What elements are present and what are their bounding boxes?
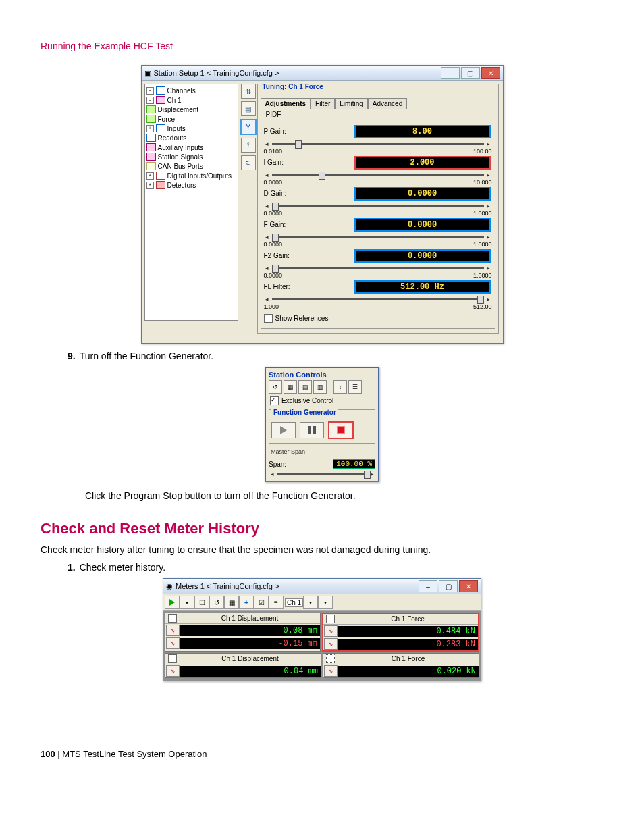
sc-btn-1[interactable]: ↺	[269, 380, 282, 394]
meters-maximize[interactable]: ▢	[439, 580, 458, 592]
meter-hdr: Ch 1 Force	[338, 655, 479, 662]
sc-btn-4[interactable]: ▥	[313, 380, 327, 394]
meters-window: ◉ Meters 1 < TrainingConfig.cfg > – ▢ ✕ …	[163, 578, 481, 681]
span-value[interactable]: 100.00 %	[333, 459, 375, 469]
meters-toolbar: ▾ ☐ ↺ ▦ + ☑ ≡ Ch 1 ▾ ▾	[163, 594, 481, 611]
master-span-slider[interactable]: ◂▸	[269, 470, 375, 478]
meter-force-cur: Ch 1 Force ∿0.020 kN	[323, 653, 479, 678]
dgain-min: 0.0000	[264, 210, 283, 217]
tree-ch1[interactable]: Ch 1	[167, 97, 182, 104]
sc-btn-2[interactable]: ▦	[284, 380, 297, 394]
show-references-label: Show References	[275, 315, 329, 322]
meters-reset[interactable]: ↺	[209, 596, 224, 609]
step-1: 1.Check meter history.	[68, 562, 603, 573]
f2gain-slider[interactable]: ◂▸	[264, 264, 492, 272]
meters-cfg[interactable]: ≡	[269, 596, 284, 609]
titlebar[interactable]: ▣ Station Setup 1 < TrainingConfig.cfg >…	[142, 66, 503, 81]
sc-btn-3[interactable]: ▤	[298, 380, 312, 394]
tree-displacement[interactable]: Displacement	[158, 106, 199, 113]
tree-detectors[interactable]: Detectors	[167, 182, 196, 189]
exclusive-control-check[interactable]: Exclusive Control	[270, 396, 375, 405]
meters-add[interactable]: +	[239, 596, 254, 609]
meter-value: 0.484 kN	[338, 626, 478, 637]
meters-titlebar[interactable]: ◉ Meters 1 < TrainingConfig.cfg > – ▢ ✕	[163, 579, 481, 594]
page-number: 100	[41, 749, 55, 759]
tree-readouts[interactable]: Readouts	[158, 134, 187, 142]
pgain-max: 100.00	[473, 148, 492, 155]
meters-sel-dd[interactable]: ▾	[303, 596, 318, 609]
flfilter-value[interactable]: 512.00 Hz	[354, 280, 491, 294]
meters-check[interactable]: ☑	[254, 596, 269, 609]
span-label: Span:	[269, 461, 286, 468]
sc-btn-6[interactable]: ☰	[348, 380, 362, 394]
minimize-button[interactable]: –	[441, 67, 460, 79]
wave-icon[interactable]: ∿	[166, 637, 180, 649]
meters-stop[interactable]: ☐	[194, 596, 209, 609]
fg-play-button[interactable]	[271, 422, 296, 438]
tab-filter[interactable]: Filter	[311, 98, 335, 109]
wave-icon[interactable]: ∿	[166, 665, 180, 677]
show-references-check[interactable]: Show References	[264, 314, 492, 323]
pgain-value[interactable]: 8.00	[354, 125, 491, 138]
igain-slider[interactable]: ◂ ▸	[264, 171, 492, 179]
fgain-max: 1.0000	[473, 241, 492, 248]
station-controls-toolbar: ↺ ▦ ▤ ▥ ↕ ☰	[269, 380, 375, 394]
tool-4[interactable]: ⟟	[241, 138, 256, 153]
dgain-value[interactable]: 0.0000	[354, 187, 491, 201]
flfilter-slider[interactable]: ◂▸	[264, 295, 492, 303]
tree-aux-inputs[interactable]: Auxiliary Inputs	[158, 144, 204, 151]
step-1-text: Check meter history.	[80, 562, 165, 573]
fgain-slider[interactable]: ◂▸	[264, 233, 492, 241]
channel-tree[interactable]: -Channels -Ch 1 Displacement Force +Inpu…	[144, 84, 238, 321]
doc-title: MTS TestLine Test System Operation	[62, 749, 207, 759]
meter-value: -0.283 kN	[338, 639, 478, 650]
tree-can-bus[interactable]: CAN Bus Ports	[158, 163, 203, 170]
fl-min: 1.000	[264, 303, 279, 310]
tab-advanced[interactable]: Advanced	[368, 98, 407, 109]
tree-station-signals[interactable]: Station Signals	[158, 153, 203, 161]
meters-close[interactable]: ✕	[459, 580, 478, 592]
master-span-label: Master Span	[269, 448, 307, 455]
sc-btn-5[interactable]: ↕	[333, 380, 347, 394]
fg-pause-button[interactable]	[300, 422, 324, 438]
step-9: 9.Turn off the Function Generator.	[68, 350, 603, 361]
pgain-min: 0.0100	[264, 148, 283, 155]
station-controls-title: Station Controls	[269, 371, 375, 379]
close-button[interactable]: ✕	[481, 67, 500, 79]
tool-tuning[interactable]: Y	[240, 119, 257, 135]
wave-icon[interactable]: ∿	[324, 638, 338, 650]
meters-grid[interactable]: ▦	[224, 596, 239, 609]
pgain-slider[interactable]: ◂ ▸	[264, 140, 492, 148]
igain-value[interactable]: 2.000	[354, 156, 491, 170]
f2gain-value[interactable]: 0.0000	[354, 249, 491, 263]
tool-1[interactable]: ⇅	[241, 84, 256, 99]
fgain-value[interactable]: 0.0000	[354, 218, 491, 232]
tree-force[interactable]: Force	[158, 115, 176, 123]
meters-channel-select[interactable]: Ch 1	[285, 598, 303, 607]
station-controls-window: Station Controls ↺ ▦ ▤ ▥ ↕ ☰ Exclusive C…	[265, 367, 379, 482]
station-setup-window: ▣ Station Setup 1 < TrainingConfig.cfg >…	[141, 65, 504, 344]
dgain-slider[interactable]: ◂▸	[264, 202, 492, 210]
meters-minimize[interactable]: –	[419, 580, 437, 592]
tab-limiting[interactable]: Limiting	[335, 98, 367, 109]
wave-icon[interactable]: ∿	[324, 665, 338, 677]
wave-icon[interactable]: ∿	[324, 625, 338, 637]
maximize-button[interactable]: ▢	[461, 67, 480, 79]
step-9-text: Turn off the Function Generator.	[80, 350, 213, 361]
meters-app-icon: ◉	[166, 582, 173, 591]
tree-dio[interactable]: Digital Inputs/Outputs	[167, 172, 232, 180]
meters-play[interactable]	[165, 596, 180, 609]
meters-sel-dd2[interactable]: ▾	[318, 596, 333, 609]
fg-stop-button[interactable]	[328, 421, 354, 439]
meter-force-hist: Ch 1 Force ∿0.484 kN ∿-0.283 kN	[322, 613, 479, 652]
step-9-num: 9.	[68, 350, 76, 361]
tab-adjustments[interactable]: Adjustments	[261, 98, 311, 109]
igain-max: 10.000	[473, 179, 492, 186]
tree-channels[interactable]: Channels	[167, 87, 196, 95]
section-intro: Check meter history after tuning to ensu…	[41, 544, 603, 555]
tree-inputs[interactable]: Inputs	[167, 125, 186, 132]
wave-icon[interactable]: ∿	[166, 625, 180, 636]
meters-dd[interactable]: ▾	[180, 596, 194, 609]
tool-5[interactable]: ⚟	[241, 155, 256, 170]
tool-2[interactable]: ▤	[241, 101, 256, 116]
